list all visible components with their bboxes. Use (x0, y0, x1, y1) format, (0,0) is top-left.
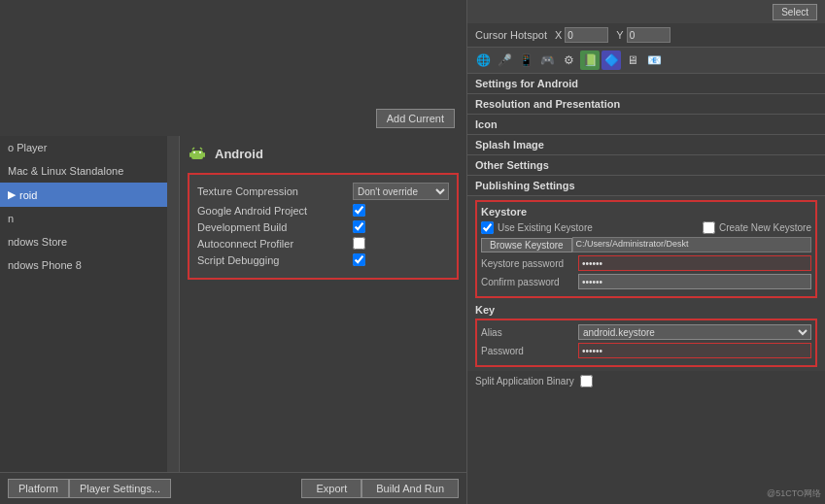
google-android-row: Google Android Project (197, 204, 449, 217)
svg-rect-1 (189, 152, 191, 157)
development-build-row: Development Build (197, 220, 449, 233)
google-android-checkbox[interactable] (353, 204, 365, 217)
alias-row: Alias android.keystore (481, 324, 811, 340)
publishing-settings-section[interactable]: Publishing Settings (467, 176, 825, 196)
use-existing-row: Use Existing Keystore Create New Keystor… (481, 221, 811, 234)
development-build-label: Development Build (197, 221, 353, 233)
browse-path: C:/Users/Administrator/Deskt (572, 237, 811, 252)
splash-image-title: Splash Image (475, 139, 544, 151)
sidebar-item-windows-store[interactable]: ndows Store (0, 230, 179, 253)
add-current-button[interactable]: Add Current (376, 109, 455, 128)
right-top-bar: Select (467, 0, 825, 23)
keystore-title: Keystore (481, 206, 811, 218)
alias-select[interactable]: android.keystore (578, 324, 811, 340)
keystore-password-row: Keystore password (481, 255, 811, 271)
mobile2-icon[interactable]: 📧 (644, 50, 664, 70)
publishing-settings-title: Publishing Settings (475, 180, 575, 191)
select-button[interactable]: Select (773, 4, 817, 20)
keystore-box: Keystore Use Existing Keystore Create Ne… (475, 200, 817, 298)
sidebar-item-player[interactable]: o Player (0, 136, 179, 159)
script-debugging-label: Script Debugging (197, 254, 353, 266)
sidebar-item-n[interactable]: n (0, 207, 179, 230)
watermark: @51CTO网络 (767, 487, 821, 500)
windows-toolbar-icon[interactable]: 🔷 (602, 50, 621, 70)
sidebar-scrollbar[interactable] (167, 136, 179, 472)
mobile-icon[interactable]: 📱 (516, 50, 535, 70)
keystore-password-input[interactable] (578, 255, 811, 271)
other-settings-section[interactable]: Other Settings (467, 155, 825, 176)
create-new-label: Create New Keystore (719, 222, 811, 233)
split-binary-row: Split Application Binary (467, 371, 825, 391)
autoconnect-row: Autoconnect Profiler (197, 237, 449, 250)
svg-line-5 (192, 148, 194, 150)
keystore-password-label: Keystore password (481, 258, 578, 269)
svg-line-6 (200, 148, 202, 150)
main-content: o Player Mac & Linux Standalone ▶ roid n… (0, 136, 466, 472)
android-robot-icon (188, 144, 207, 163)
android-header: Android (188, 144, 459, 163)
build-and-run-button[interactable]: Build And Run (361, 479, 459, 498)
cursor-y-group: Y (616, 27, 670, 43)
cursor-x-group: X (555, 27, 608, 43)
key-password-input[interactable] (578, 343, 811, 358)
cursor-y-input[interactable] (627, 27, 670, 43)
player-settings-button[interactable]: Player Settings... (69, 479, 171, 498)
create-new-checkbox[interactable] (703, 221, 715, 234)
key-section: Key Alias android.keystore Password (475, 304, 817, 367)
use-existing-checkbox[interactable] (481, 221, 494, 234)
bottom-bar: Platform Player Settings... Export Build… (0, 472, 466, 504)
google-android-label: Google Android Project (197, 205, 353, 217)
top-bar: Add Current (0, 0, 466, 136)
script-debugging-row: Script Debugging (197, 253, 449, 266)
gamepad-icon[interactable]: 🎮 (537, 50, 557, 70)
browse-keystore-button[interactable]: Browse Keystore (481, 238, 572, 252)
center-content: Android Texture Compression Don't overri… (180, 136, 466, 472)
android-title: Android (215, 147, 263, 161)
development-build-checkbox[interactable] (353, 220, 365, 233)
left-panel: Add Current o Player Mac & Linux Standal… (0, 0, 466, 504)
svg-rect-2 (203, 152, 205, 157)
resolution-section[interactable]: Resolution and Presentation (467, 94, 825, 115)
texture-compression-select[interactable]: Don't override (353, 183, 449, 200)
svg-rect-0 (191, 151, 203, 159)
android-icon: ▶ (8, 188, 16, 201)
alias-label: Alias (481, 327, 578, 338)
key-password-row: Password (481, 343, 811, 358)
right-panel: Select Cursor Hotspot X Y 🌐 🎤 📱 🎮 ⚙ 📗 🔷 … (466, 0, 825, 504)
export-button[interactable]: Export (301, 479, 361, 498)
key-password-label: Password (481, 346, 578, 356)
sidebar-item-mac-linux[interactable]: Mac & Linux Standalone (0, 159, 179, 183)
split-binary-label: Split Application Binary (475, 376, 574, 386)
confirm-password-input[interactable] (578, 274, 811, 289)
svg-point-3 (193, 151, 195, 153)
globe-icon[interactable]: 🌐 (473, 50, 493, 70)
resolution-title: Resolution and Presentation (475, 98, 620, 110)
icon-section[interactable]: Icon (467, 115, 825, 135)
key-title: Key (475, 304, 817, 316)
html5-icon[interactable]: 🖥 (623, 50, 642, 70)
cursor-hotspot-label: Cursor Hotspot (475, 29, 547, 41)
cursor-x-input[interactable] (565, 27, 608, 43)
platform-button[interactable]: Platform (8, 479, 69, 498)
texture-compression-label: Texture Compression (197, 185, 353, 197)
cursor-x-label: X (555, 29, 562, 41)
publishing-content: Keystore Use Existing Keystore Create Ne… (467, 196, 825, 371)
autoconnect-checkbox[interactable] (353, 237, 365, 250)
splash-image-section[interactable]: Splash Image (467, 135, 825, 155)
svg-point-4 (199, 151, 201, 153)
key-box: Alias android.keystore Password (475, 319, 817, 367)
android-toolbar-icon[interactable]: 📗 (580, 50, 600, 70)
browse-keystore-row: Browse Keystore C:/Users/Administrator/D… (481, 237, 811, 252)
script-debugging-checkbox[interactable] (353, 253, 365, 266)
sidebar-item-android[interactable]: ▶ roid (0, 183, 179, 207)
sidebar: o Player Mac & Linux Standalone ▶ roid n… (0, 136, 180, 472)
use-existing-label: Use Existing Keystore (498, 222, 593, 233)
gear-icon[interactable]: ⚙ (559, 50, 578, 70)
sidebar-item-windows-phone[interactable]: ndows Phone 8 (0, 253, 179, 277)
split-binary-checkbox[interactable] (580, 375, 593, 387)
microphone-icon[interactable]: 🎤 (495, 50, 514, 70)
icon-title: Icon (475, 118, 498, 130)
build-settings-box: Texture Compression Don't override Googl… (188, 173, 459, 280)
texture-compression-row: Texture Compression Don't override (197, 183, 449, 200)
cursor-y-label: Y (616, 29, 623, 41)
